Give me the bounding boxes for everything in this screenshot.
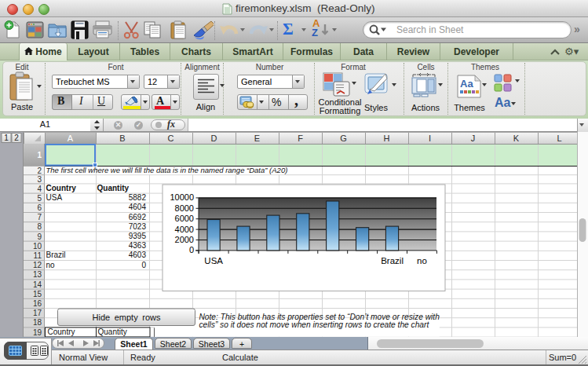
- svg-text:G: G: [340, 134, 347, 143]
- svg-text:A: A: [68, 134, 74, 143]
- svg-text:14: 14: [33, 280, 42, 289]
- svg-text:USA: USA: [46, 193, 63, 202]
- svg-text:7023: 7023: [129, 222, 147, 231]
- svg-text:no: no: [417, 256, 427, 265]
- svg-text:H: H: [384, 134, 390, 143]
- svg-text:USA: USA: [204, 256, 223, 265]
- svg-text:4363: 4363: [129, 241, 147, 250]
- svg-text:Country: Country: [48, 328, 75, 336]
- svg-text:1: 1: [37, 151, 42, 159]
- svg-text:8000: 8000: [175, 203, 194, 213]
- svg-text:F: F: [298, 134, 303, 143]
- svg-text:3: 3: [37, 175, 42, 184]
- svg-text:Quantity: Quantity: [98, 328, 127, 336]
- svg-text:J: J: [471, 134, 476, 143]
- svg-text:9: 9: [37, 232, 42, 241]
- svg-text:16: 16: [33, 299, 42, 308]
- svg-text:0: 0: [189, 245, 194, 254]
- svg-text:4603: 4603: [129, 251, 147, 259]
- svg-text:Hide empty rows: Hide empty rows: [93, 313, 161, 322]
- svg-text:7: 7: [37, 213, 42, 221]
- svg-text:4000: 4000: [175, 225, 194, 234]
- svg-text:C: C: [168, 134, 174, 143]
- svg-text:5: 5: [37, 194, 42, 203]
- svg-text:L: L: [557, 134, 561, 143]
- svg-text:18: 18: [33, 318, 42, 327]
- svg-text:Note: This button has its prop: Note: This button has its properties set…: [199, 313, 440, 321]
- svg-text:E: E: [254, 134, 260, 143]
- svg-text:0: 0: [141, 261, 146, 269]
- svg-text:The first cell where we will f: The first cell where we will fill the da…: [46, 166, 288, 174]
- svg-text:Quantity: Quantity: [97, 184, 130, 192]
- svg-text:4: 4: [37, 185, 42, 193]
- svg-text:Aa: Aa: [460, 78, 473, 90]
- svg-text:Brazil: Brazil: [381, 256, 404, 265]
- svg-text:1: 1: [4, 134, 9, 142]
- svg-text:5882: 5882: [129, 193, 147, 202]
- svg-text:Brazil: Brazil: [46, 251, 66, 259]
- svg-text:6692: 6692: [129, 213, 147, 221]
- svg-text:12: 12: [33, 261, 42, 269]
- svg-text:B: B: [119, 134, 125, 143]
- svg-text:cells” so it does not move whe: cells” so it does not move when insertin…: [199, 320, 430, 329]
- svg-text:I: I: [429, 134, 431, 143]
- svg-text:13: 13: [33, 270, 42, 279]
- svg-text:10: 10: [33, 242, 42, 251]
- svg-text:4604: 4604: [129, 203, 147, 211]
- svg-text:8: 8: [37, 222, 42, 231]
- svg-text:K: K: [513, 134, 520, 143]
- svg-text:17: 17: [33, 309, 42, 317]
- svg-text:no: no: [46, 261, 56, 269]
- svg-text:6: 6: [37, 203, 42, 212]
- svg-text:10000: 10000: [170, 192, 194, 202]
- svg-text:19: 19: [33, 328, 42, 337]
- svg-text:15: 15: [33, 290, 42, 298]
- svg-text:9395: 9395: [129, 232, 147, 240]
- svg-text:11: 11: [34, 251, 42, 260]
- svg-text:2000: 2000: [175, 235, 194, 244]
- svg-text:D: D: [211, 134, 217, 143]
- svg-text:6000: 6000: [175, 214, 194, 223]
- svg-text:Country: Country: [46, 184, 77, 192]
- svg-text:2: 2: [14, 134, 19, 142]
- svg-text:2: 2: [37, 167, 42, 175]
